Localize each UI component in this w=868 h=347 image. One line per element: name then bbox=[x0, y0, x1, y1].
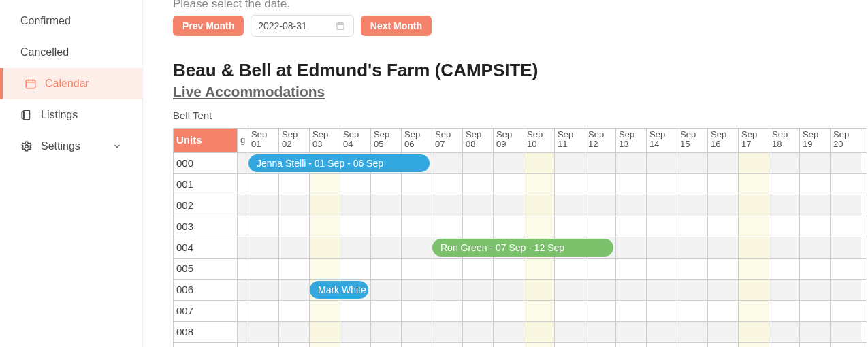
grid-cell[interactable] bbox=[647, 301, 677, 321]
grid-cell[interactable] bbox=[238, 322, 248, 342]
grid-cell[interactable] bbox=[238, 259, 248, 279]
grid-cell[interactable] bbox=[279, 301, 310, 321]
grid-cell[interactable] bbox=[524, 322, 555, 342]
sidebar-item-confirmed[interactable]: Confirmed bbox=[0, 5, 142, 37]
grid-cell[interactable] bbox=[831, 237, 861, 258]
grid-cell[interactable] bbox=[739, 259, 769, 279]
grid-cell[interactable] bbox=[616, 195, 647, 216]
grid-cell[interactable] bbox=[279, 343, 310, 347]
grid-cell[interactable] bbox=[739, 216, 769, 237]
grid-cell[interactable] bbox=[340, 195, 371, 216]
grid-cell[interactable] bbox=[310, 237, 340, 258]
grid-cell[interactable] bbox=[238, 195, 248, 216]
grid-cell[interactable] bbox=[371, 280, 402, 300]
grid-cell[interactable] bbox=[769, 322, 800, 342]
grid-cell[interactable] bbox=[739, 237, 769, 258]
next-month-button[interactable]: Next Month bbox=[361, 16, 432, 36]
grid-cell[interactable] bbox=[340, 343, 371, 347]
grid-cell[interactable] bbox=[616, 259, 647, 279]
grid-cell[interactable] bbox=[432, 216, 463, 237]
grid-cell[interactable] bbox=[677, 301, 708, 321]
grid-cell[interactable] bbox=[769, 174, 800, 195]
grid-cell[interactable] bbox=[769, 343, 800, 347]
sidebar-item-cancelled[interactable]: Cancelled bbox=[0, 37, 142, 68]
grid-cell[interactable] bbox=[402, 322, 432, 342]
grid-cell[interactable] bbox=[248, 301, 279, 321]
grid-cell[interactable] bbox=[555, 343, 585, 347]
grid-cell[interactable] bbox=[279, 322, 310, 342]
grid-cell[interactable] bbox=[708, 216, 739, 237]
grid-cell[interactable] bbox=[708, 259, 739, 279]
grid-cell[interactable] bbox=[800, 237, 831, 258]
grid-cell[interactable] bbox=[708, 174, 739, 195]
grid-cell[interactable] bbox=[769, 216, 800, 237]
grid-cell[interactable] bbox=[432, 322, 463, 342]
grid-cell[interactable] bbox=[340, 237, 371, 258]
grid-cell[interactable] bbox=[340, 322, 371, 342]
grid-cell[interactable] bbox=[402, 301, 432, 321]
grid-cell[interactable] bbox=[555, 259, 585, 279]
grid-cell[interactable] bbox=[831, 259, 861, 279]
grid-cell[interactable] bbox=[524, 216, 555, 237]
grid-cell[interactable] bbox=[340, 216, 371, 237]
grid-cell[interactable] bbox=[402, 237, 432, 258]
grid-cell[interactable] bbox=[585, 322, 616, 342]
grid-cell[interactable] bbox=[238, 216, 248, 237]
grid-cell[interactable] bbox=[616, 237, 647, 258]
grid-cell[interactable] bbox=[677, 153, 708, 174]
grid-cell[interactable] bbox=[432, 195, 463, 216]
grid-cell[interactable] bbox=[677, 343, 708, 347]
grid-cell[interactable] bbox=[677, 195, 708, 216]
grid-cell[interactable] bbox=[708, 153, 739, 174]
grid-cell[interactable] bbox=[494, 322, 524, 342]
grid-cell[interactable] bbox=[402, 216, 432, 237]
grid-cell[interactable] bbox=[585, 301, 616, 321]
grid-cell[interactable] bbox=[310, 216, 340, 237]
grid-cell[interactable] bbox=[708, 237, 739, 258]
grid-cell[interactable] bbox=[555, 216, 585, 237]
grid-cell[interactable] bbox=[708, 195, 739, 216]
grid-cell[interactable] bbox=[800, 259, 831, 279]
grid-cell[interactable] bbox=[279, 174, 310, 195]
grid-cell[interactable] bbox=[647, 322, 677, 342]
grid-cell[interactable] bbox=[402, 280, 432, 300]
grid-cell[interactable] bbox=[524, 153, 555, 174]
grid-cell[interactable] bbox=[616, 216, 647, 237]
grid-cell[interactable] bbox=[616, 280, 647, 300]
grid-cell[interactable] bbox=[494, 301, 524, 321]
grid-cell[interactable] bbox=[279, 280, 310, 300]
grid-cell[interactable] bbox=[555, 301, 585, 321]
grid-cell[interactable] bbox=[831, 195, 861, 216]
grid-cell[interactable] bbox=[432, 343, 463, 347]
grid-cell[interactable] bbox=[432, 280, 463, 300]
grid-cell[interactable] bbox=[371, 216, 402, 237]
sidebar-item-settings[interactable]: Settings bbox=[0, 131, 142, 162]
grid-cell[interactable] bbox=[677, 174, 708, 195]
grid-cell[interactable] bbox=[524, 259, 555, 279]
grid-cell[interactable] bbox=[677, 216, 708, 237]
grid-cell[interactable] bbox=[340, 174, 371, 195]
grid-cell[interactable] bbox=[310, 195, 340, 216]
grid-cell[interactable] bbox=[831, 322, 861, 342]
grid-cell[interactable] bbox=[708, 280, 739, 300]
grid-cell[interactable] bbox=[371, 174, 402, 195]
grid-cell[interactable] bbox=[463, 216, 494, 237]
grid-cell[interactable] bbox=[248, 280, 279, 300]
grid-cell[interactable] bbox=[800, 322, 831, 342]
grid-cell[interactable] bbox=[616, 343, 647, 347]
grid-cell[interactable] bbox=[524, 301, 555, 321]
grid-cell[interactable] bbox=[800, 301, 831, 321]
grid-cell[interactable] bbox=[432, 301, 463, 321]
prev-month-button[interactable]: Prev Month bbox=[173, 16, 244, 36]
grid-cell[interactable] bbox=[585, 216, 616, 237]
grid-cell[interactable] bbox=[463, 322, 494, 342]
grid-cell[interactable] bbox=[647, 280, 677, 300]
grid-cell[interactable] bbox=[310, 301, 340, 321]
grid-cell[interactable] bbox=[647, 153, 677, 174]
grid-cell[interactable] bbox=[494, 343, 524, 347]
grid-cell[interactable] bbox=[238, 237, 248, 258]
grid-cell[interactable] bbox=[739, 322, 769, 342]
grid-cell[interactable] bbox=[677, 322, 708, 342]
sidebar-item-calendar[interactable]: Calendar bbox=[0, 68, 142, 99]
grid-cell[interactable] bbox=[831, 216, 861, 237]
